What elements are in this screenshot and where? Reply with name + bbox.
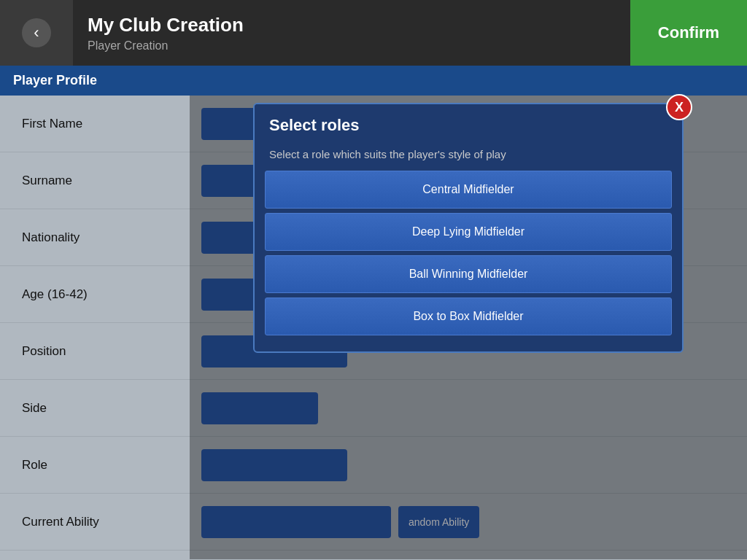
label-current-ability: Current Ability bbox=[0, 494, 190, 551]
labels-column: First Name Surname Nationality Age (16-4… bbox=[0, 96, 190, 559]
label-position: Position bbox=[0, 323, 190, 380]
label-first-name: First Name bbox=[0, 96, 190, 152]
role-option-ball-winning-midfielder[interactable]: Ball Winning Midfielder bbox=[265, 255, 672, 293]
label-surname: Surname bbox=[0, 152, 190, 209]
page-title: My Club Creation bbox=[88, 14, 630, 36]
back-button[interactable]: ‹ bbox=[0, 0, 73, 66]
modal-header: Select roles bbox=[255, 104, 682, 142]
label-nationality: Nationality bbox=[0, 209, 190, 266]
modal-body: Central Midfielder Deep Lying Midfielder… bbox=[255, 171, 682, 351]
modal-title: Select roles bbox=[269, 116, 667, 135]
right-area: andomise Name bbox=[190, 96, 747, 559]
header-title-area: My Club Creation Player Creation bbox=[73, 0, 630, 66]
label-role: Role bbox=[0, 437, 190, 494]
select-roles-modal: X Select roles Select a role which suits… bbox=[253, 103, 684, 353]
role-option-deep-lying-midfielder[interactable]: Deep Lying Midfielder bbox=[265, 213, 672, 251]
label-side: Side bbox=[0, 380, 190, 437]
modal-close-button[interactable]: X bbox=[666, 94, 692, 120]
role-option-box-to-box-midfielder[interactable]: Box to Box Midfielder bbox=[265, 298, 672, 335]
role-option-central-midfielder[interactable]: Central Midfielder bbox=[265, 171, 672, 209]
modal-overlay: X Select roles Select a role which suits… bbox=[190, 96, 747, 559]
section-header: Player Profile bbox=[0, 66, 747, 96]
modal-subtitle: Select a role which suits the player's s… bbox=[255, 142, 682, 171]
label-age: Age (16-42) bbox=[0, 266, 190, 323]
label-potential-ability: Potential Ability bbox=[0, 551, 190, 560]
header: ‹ My Club Creation Player Creation Confi… bbox=[0, 0, 747, 66]
content-area: First Name Surname Nationality Age (16-4… bbox=[0, 96, 747, 559]
back-arrow-icon: ‹ bbox=[22, 18, 51, 47]
confirm-button[interactable]: Confirm bbox=[630, 0, 747, 66]
page-subtitle: Player Creation bbox=[88, 39, 630, 52]
